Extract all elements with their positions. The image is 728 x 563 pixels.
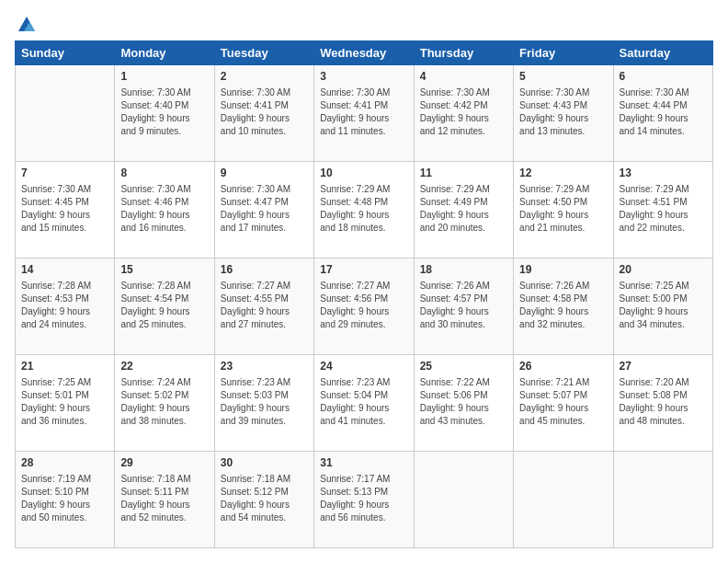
cell-info: Sunrise: 7:21 AMSunset: 5:07 PMDaylight:… (519, 376, 607, 428)
cell-info: Sunrise: 7:22 AMSunset: 5:06 PMDaylight:… (420, 376, 507, 428)
day-number: 13 (620, 166, 707, 181)
day-number: 9 (221, 166, 308, 181)
calendar-cell: 24Sunrise: 7:23 AMSunset: 5:04 PMDayligh… (314, 355, 414, 452)
day-header-monday: Monday (115, 41, 214, 65)
day-number: 27 (620, 359, 707, 374)
day-header-thursday: Thursday (414, 41, 513, 65)
calendar-cell: 2Sunrise: 7:30 AMSunset: 4:41 PMDaylight… (214, 65, 313, 162)
day-number: 18 (420, 262, 507, 278)
calendar-cell: 15Sunrise: 7:28 AMSunset: 4:54 PMDayligh… (115, 259, 214, 355)
calendar-cell: 11Sunrise: 7:29 AMSunset: 4:49 PMDayligh… (414, 162, 513, 259)
day-number: 1 (120, 69, 208, 85)
cell-info: Sunrise: 7:24 AMSunset: 5:02 PMDaylight:… (120, 376, 208, 428)
cell-info: Sunrise: 7:30 AMSunset: 4:47 PMDaylight:… (221, 183, 308, 235)
calendar-cell: 1Sunrise: 7:30 AMSunset: 4:40 PMDaylight… (115, 65, 214, 162)
cell-info: Sunrise: 7:18 AMSunset: 5:11 PMDaylight:… (120, 473, 208, 524)
cell-info: Sunrise: 7:30 AMSunset: 4:45 PMDaylight:… (21, 183, 108, 235)
cell-info: Sunrise: 7:25 AMSunset: 5:01 PMDaylight:… (21, 376, 108, 428)
cell-info: Sunrise: 7:30 AMSunset: 4:44 PMDaylight:… (620, 86, 707, 138)
calendar-cell: 10Sunrise: 7:29 AMSunset: 4:48 PMDayligh… (314, 162, 414, 259)
day-number: 14 (21, 262, 108, 278)
calendar-cell: 20Sunrise: 7:25 AMSunset: 5:00 PMDayligh… (613, 259, 712, 355)
calendar-cell: 28Sunrise: 7:19 AMSunset: 5:10 PMDayligh… (16, 452, 115, 548)
cell-info: Sunrise: 7:27 AMSunset: 4:55 PMDaylight:… (221, 280, 308, 331)
day-number: 17 (320, 262, 407, 278)
calendar-cell: 8Sunrise: 7:30 AMSunset: 4:46 PMDaylight… (115, 162, 214, 259)
cell-info: Sunrise: 7:27 AMSunset: 4:56 PMDaylight:… (320, 280, 407, 331)
day-number: 12 (519, 166, 607, 181)
calendar-cell (514, 452, 613, 548)
calendar-cell: 12Sunrise: 7:29 AMSunset: 4:50 PMDayligh… (514, 162, 613, 259)
day-number: 11 (420, 166, 507, 181)
calendar-cell: 6Sunrise: 7:30 AMSunset: 4:44 PMDaylight… (613, 65, 712, 162)
cell-info: Sunrise: 7:25 AMSunset: 5:00 PMDaylight:… (620, 280, 707, 331)
week-row-4: 28Sunrise: 7:19 AMSunset: 5:10 PMDayligh… (16, 452, 713, 548)
cell-info: Sunrise: 7:28 AMSunset: 4:53 PMDaylight:… (21, 280, 108, 331)
cell-info: Sunrise: 7:30 AMSunset: 4:42 PMDaylight:… (420, 86, 507, 138)
day-header-saturday: Saturday (613, 41, 712, 65)
calendar-cell: 3Sunrise: 7:30 AMSunset: 4:41 PMDaylight… (314, 65, 414, 162)
calendar-cell: 4Sunrise: 7:30 AMSunset: 4:42 PMDaylight… (414, 65, 513, 162)
calendar-cell: 13Sunrise: 7:29 AMSunset: 4:51 PMDayligh… (613, 162, 712, 259)
calendar-cell: 17Sunrise: 7:27 AMSunset: 4:56 PMDayligh… (314, 259, 414, 355)
cell-info: Sunrise: 7:29 AMSunset: 4:49 PMDaylight:… (420, 183, 507, 235)
day-number: 29 (120, 455, 208, 471)
day-number: 4 (420, 69, 507, 85)
cell-info: Sunrise: 7:20 AMSunset: 5:08 PMDaylight:… (620, 376, 707, 428)
calendar-cell: 21Sunrise: 7:25 AMSunset: 5:01 PMDayligh… (16, 355, 115, 452)
calendar-cell: 26Sunrise: 7:21 AMSunset: 5:07 PMDayligh… (514, 355, 613, 452)
day-number: 5 (519, 69, 607, 85)
cell-info: Sunrise: 7:19 AMSunset: 5:10 PMDaylight:… (21, 473, 108, 524)
day-number: 26 (519, 359, 607, 374)
day-number: 3 (320, 69, 407, 85)
cell-info: Sunrise: 7:17 AMSunset: 5:13 PMDaylight:… (320, 473, 407, 524)
calendar-cell: 5Sunrise: 7:30 AMSunset: 4:43 PMDaylight… (514, 65, 613, 162)
header (15, 15, 713, 31)
day-header-tuesday: Tuesday (214, 41, 313, 65)
calendar-cell: 23Sunrise: 7:23 AMSunset: 5:03 PMDayligh… (214, 355, 313, 452)
day-number: 30 (221, 455, 308, 471)
cell-info: Sunrise: 7:29 AMSunset: 4:48 PMDaylight:… (320, 183, 407, 235)
week-row-3: 21Sunrise: 7:25 AMSunset: 5:01 PMDayligh… (16, 355, 713, 452)
cell-info: Sunrise: 7:30 AMSunset: 4:40 PMDaylight:… (120, 86, 208, 138)
cell-info: Sunrise: 7:26 AMSunset: 4:58 PMDaylight:… (519, 280, 607, 331)
calendar-cell (16, 65, 115, 162)
calendar-header-row: SundayMondayTuesdayWednesdayThursdayFrid… (16, 41, 713, 65)
day-number: 10 (320, 166, 407, 181)
calendar-cell: 18Sunrise: 7:26 AMSunset: 4:57 PMDayligh… (414, 259, 513, 355)
day-number: 19 (519, 262, 607, 278)
calendar-cell (414, 452, 513, 548)
calendar-cell: 29Sunrise: 7:18 AMSunset: 5:11 PMDayligh… (115, 452, 214, 548)
cell-info: Sunrise: 7:29 AMSunset: 4:50 PMDaylight:… (519, 183, 607, 235)
logo (15, 15, 37, 31)
day-number: 7 (21, 166, 108, 181)
calendar-cell: 16Sunrise: 7:27 AMSunset: 4:55 PMDayligh… (214, 259, 313, 355)
calendar-cell: 9Sunrise: 7:30 AMSunset: 4:47 PMDaylight… (214, 162, 313, 259)
calendar-cell: 25Sunrise: 7:22 AMSunset: 5:06 PMDayligh… (414, 355, 513, 452)
cell-info: Sunrise: 7:23 AMSunset: 5:04 PMDaylight:… (320, 376, 407, 428)
calendar-cell: 22Sunrise: 7:24 AMSunset: 5:02 PMDayligh… (115, 355, 214, 452)
calendar-cell: 7Sunrise: 7:30 AMSunset: 4:45 PMDaylight… (16, 162, 115, 259)
day-number: 24 (320, 359, 407, 374)
day-number: 15 (120, 262, 208, 278)
calendar-cell (613, 452, 712, 548)
day-number: 2 (221, 69, 308, 85)
cell-info: Sunrise: 7:26 AMSunset: 4:57 PMDaylight:… (420, 280, 507, 331)
week-row-1: 7Sunrise: 7:30 AMSunset: 4:45 PMDaylight… (16, 162, 713, 259)
page: SundayMondayTuesdayWednesdayThursdayFrid… (0, 0, 728, 563)
day-header-sunday: Sunday (16, 41, 115, 65)
day-number: 22 (120, 359, 208, 374)
calendar-cell: 27Sunrise: 7:20 AMSunset: 5:08 PMDayligh… (613, 355, 712, 452)
cell-info: Sunrise: 7:29 AMSunset: 4:51 PMDaylight:… (620, 183, 707, 235)
calendar-cell: 14Sunrise: 7:28 AMSunset: 4:53 PMDayligh… (16, 259, 115, 355)
day-number: 21 (21, 359, 108, 374)
cell-info: Sunrise: 7:23 AMSunset: 5:03 PMDaylight:… (221, 376, 308, 428)
cell-info: Sunrise: 7:28 AMSunset: 4:54 PMDaylight:… (120, 280, 208, 331)
cell-info: Sunrise: 7:30 AMSunset: 4:43 PMDaylight:… (519, 86, 607, 138)
day-header-wednesday: Wednesday (314, 41, 414, 65)
week-row-0: 1Sunrise: 7:30 AMSunset: 4:40 PMDaylight… (16, 65, 713, 162)
cell-info: Sunrise: 7:30 AMSunset: 4:46 PMDaylight:… (120, 183, 208, 235)
day-number: 23 (221, 359, 308, 374)
day-number: 16 (221, 262, 308, 278)
day-header-friday: Friday (514, 41, 613, 65)
